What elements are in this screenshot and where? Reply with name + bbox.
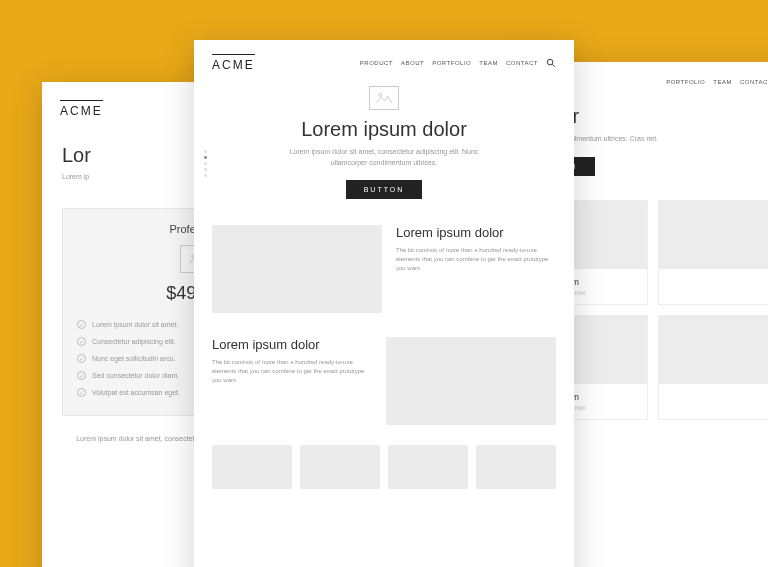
check-icon: ✓ [77,320,86,329]
thumbnail[interactable] [300,445,380,489]
logo[interactable]: ACME [60,100,103,118]
thumbnail[interactable] [388,445,468,489]
grid-card[interactable] [658,200,768,305]
thumbnail-row [194,437,574,497]
hero-title: Lorem ipsum dolor [214,118,554,141]
thumbnail[interactable] [476,445,556,489]
nav-links: PORTFOLIO TEAM CONTACT [666,76,768,87]
check-icon: ✓ [77,388,86,397]
wireframe-card-center: ACME PRODUCT ABOUT PORTFOLIO TEAM CONTAC… [194,40,574,567]
logo[interactable]: ACME [212,54,255,72]
nav-links: PRODUCT ABOUT PORTFOLIO TEAM CONTACT [360,58,556,69]
nav-item[interactable]: ABOUT [401,60,424,66]
image-placeholder [212,225,382,313]
svg-point-3 [547,59,553,65]
cta-button[interactable]: BUTTON [346,180,423,199]
feature-row: Lorem ipsum dolor The kit consists of mo… [194,213,574,325]
feature-title: Lorem ipsum dolor [396,225,556,240]
nav-item[interactable]: PORTFOLIO [666,79,705,85]
image-placeholder-icon [369,86,399,110]
image-placeholder [659,201,768,269]
thumbnail[interactable] [212,445,292,489]
nav-item[interactable]: TEAM [713,79,732,85]
feature-row: Lorem ipsum dolor The kit consists of mo… [194,325,574,437]
grid-card[interactable] [658,315,768,420]
feature-desc: The kit consists of more than a hundred … [212,358,372,385]
feature-title: Lorem ipsum dolor [212,337,372,352]
image-placeholder [386,337,556,425]
svg-line-4 [552,64,555,67]
check-icon: ✓ [77,337,86,346]
nav-item[interactable]: CONTACT [506,60,538,66]
image-placeholder [659,316,768,384]
search-icon[interactable] [546,58,556,69]
svg-point-5 [379,94,382,97]
check-icon: ✓ [77,371,86,380]
nav-item[interactable]: PORTFOLIO [432,60,471,66]
check-icon: ✓ [77,354,86,363]
nav-item[interactable]: TEAM [479,60,498,66]
feature-desc: The kit consists of more than a hundred … [396,246,556,273]
nav-item[interactable]: CONTACT [740,79,768,85]
hero-subtitle: Lorem ipsum dolor sit amet, consectetur … [284,147,484,168]
navbar: ACME PRODUCT ABOUT PORTFOLIO TEAM CONTAC… [194,40,574,80]
nav-item[interactable]: PRODUCT [360,60,393,66]
pager-dots[interactable] [204,150,207,177]
hero: Lorem ipsum dolor Lorem ipsum dolor sit … [194,80,574,213]
